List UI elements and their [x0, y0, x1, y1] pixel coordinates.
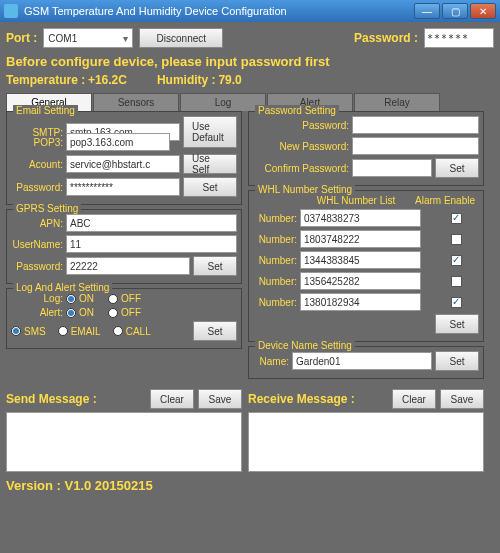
warning-text: Before configure device, please input pa… [6, 54, 494, 69]
gprs-group: GPRS Setting APN: UserName: Password:Set [6, 209, 242, 284]
pwset-group: Password Setting Password: New Password:… [248, 111, 484, 186]
send-clear-button[interactable]: Clear [150, 389, 194, 409]
recv-clear-button[interactable]: Clear [392, 389, 436, 409]
logalert-group: Log And Alert Setting Log: ON OFF Alert:… [6, 288, 242, 349]
tab-sensors[interactable]: Sensors [93, 93, 179, 111]
disconnect-button[interactable]: Disconnect [139, 28, 223, 48]
port-combo[interactable]: COM1▾ [43, 28, 133, 48]
whl-n5-input[interactable] [300, 293, 421, 311]
whl-cb2[interactable] [451, 234, 462, 245]
send-textarea[interactable] [6, 412, 242, 472]
logalert-set-button[interactable]: Set [193, 321, 237, 341]
email-set-button[interactable]: Set [183, 177, 237, 197]
call-radio[interactable] [113, 326, 123, 336]
recv-textarea[interactable] [248, 412, 484, 472]
devname-input[interactable] [292, 352, 432, 370]
hum-label: Humidity : [157, 73, 216, 87]
devname-set-button[interactable]: Set [435, 351, 479, 371]
tab-log[interactable]: Log [180, 93, 266, 111]
use-default-button[interactable]: Use Default [183, 116, 237, 148]
tab-relay[interactable]: Relay [354, 93, 440, 111]
gprs-pw-input[interactable] [66, 257, 190, 275]
pwset-conf-input[interactable] [352, 159, 432, 177]
alert-on-radio[interactable] [66, 308, 76, 318]
temp-label: Temperature : [6, 73, 85, 87]
log-off-radio[interactable] [108, 294, 118, 304]
whl-cb5[interactable] [451, 297, 462, 308]
whl-n1-input[interactable] [300, 209, 421, 227]
email-pw-input[interactable] [66, 178, 180, 196]
email-group: Email Setting SMTP:Use Default POP3: Aco… [6, 111, 242, 205]
pwset-set-button[interactable]: Set [435, 158, 479, 178]
hum-value: 79.0 [218, 73, 241, 87]
apn-input[interactable] [66, 214, 237, 232]
alert-off-radio[interactable] [108, 308, 118, 318]
recv-title: Receive Message : [248, 392, 388, 406]
whl-n2-input[interactable] [300, 230, 421, 248]
send-title: Send Message : [6, 392, 146, 406]
gprs-set-button[interactable]: Set [193, 256, 237, 276]
whl-n4-input[interactable] [300, 272, 421, 290]
titlebar: GSM Temperature And Humidity Device Conf… [0, 0, 500, 22]
send-save-button[interactable]: Save [198, 389, 242, 409]
version-text: Version : V1.0 20150215 [6, 478, 494, 493]
pop3-input[interactable] [66, 133, 170, 151]
whl-cb1[interactable] [451, 213, 462, 224]
pwset-new-input[interactable] [352, 137, 479, 155]
whl-n3-input[interactable] [300, 251, 421, 269]
minimize-button[interactable]: — [414, 3, 440, 19]
log-on-radio[interactable] [66, 294, 76, 304]
temp-value: +16.2C [88, 73, 127, 87]
whl-cb3[interactable] [451, 255, 462, 266]
account-input[interactable] [66, 155, 180, 173]
whl-group: WHL Number Setting WHL Number ListAlarm … [248, 190, 484, 342]
close-button[interactable]: ✕ [470, 3, 496, 19]
email-radio[interactable] [58, 326, 68, 336]
maximize-button[interactable]: ▢ [442, 3, 468, 19]
whl-cb4[interactable] [451, 276, 462, 287]
password-label: Password : [354, 31, 418, 45]
pwset-pw-input[interactable] [352, 116, 479, 134]
gprs-user-input[interactable] [66, 235, 237, 253]
chevron-down-icon: ▾ [123, 33, 128, 44]
devname-group: Device Name Setting Name:Set [248, 346, 484, 379]
whl-set-button[interactable]: Set [435, 314, 479, 334]
window-title: GSM Temperature And Humidity Device Conf… [24, 5, 414, 17]
app-icon [4, 4, 18, 18]
recv-save-button[interactable]: Save [440, 389, 484, 409]
port-label: Port : [6, 31, 37, 45]
sms-radio[interactable] [11, 326, 21, 336]
use-self-button[interactable]: Use Self [183, 154, 237, 174]
password-input[interactable] [424, 28, 494, 48]
